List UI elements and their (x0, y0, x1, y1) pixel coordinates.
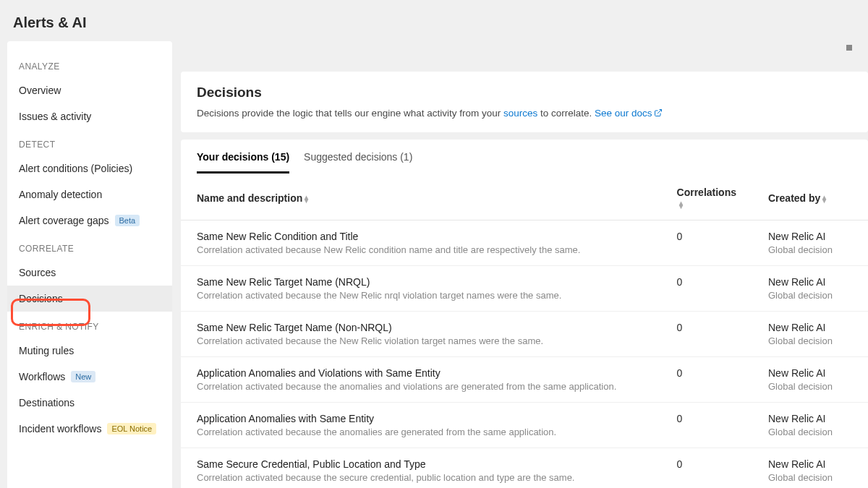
external-link-icon (654, 108, 663, 119)
content-header: Decisions Decisions provide the logic th… (181, 72, 868, 132)
docs-link[interactable]: See our docs (595, 108, 663, 119)
menu-indicator-icon (846, 45, 852, 51)
table-row[interactable]: Same New Relic Condition and TitleCorrel… (181, 221, 868, 266)
row-created-by: New Relic AI (768, 322, 852, 333)
sources-link[interactable]: sources (503, 108, 537, 119)
sidebar-item-overview[interactable]: Overview (7, 77, 172, 103)
row-name: Application Anomalies and Violations wit… (197, 367, 645, 379)
row-description: Correlation activated because New Relic … (197, 244, 645, 255)
sidebar-section-header: ANALYZE (7, 51, 172, 77)
row-created-sub: Global decision (768, 290, 852, 301)
row-description: Correlation activated because the anomal… (197, 427, 645, 437)
badge: New (71, 371, 95, 382)
content-heading: Decisions (197, 85, 852, 100)
row-name: Same Secure Credential, Public Location … (197, 458, 645, 470)
row-created-by: New Relic AI (768, 276, 852, 288)
row-name: Application Anomalies with Same Entity (197, 413, 645, 424)
tabs: Your decisions (15)Suggested decisions (… (181, 140, 868, 174)
sidebar-item-label: Issues & activity (19, 111, 91, 122)
row-description: Correlation activated because the anomal… (197, 381, 645, 392)
sidebar-item-label: Sources (19, 267, 56, 278)
table-row[interactable]: Application Anomalies with Same EntityCo… (181, 403, 868, 448)
table-row[interactable]: Same Secure Credential, Public Location … (181, 448, 868, 489)
row-description: Correlation activated because the New Re… (197, 290, 645, 301)
row-created-by: New Relic AI (768, 413, 852, 424)
sidebar-section-header: CORRELATE (7, 234, 172, 260)
row-created-sub: Global decision (768, 335, 852, 346)
badge: EOL Notice (107, 423, 156, 435)
sidebar-section-header: DETECT (7, 129, 172, 155)
row-description: Correlation activated because the New Re… (197, 335, 645, 346)
row-created-sub: Global decision (768, 472, 852, 483)
page-title: Alerts & AI (0, 0, 868, 41)
table-row[interactable]: Same New Relic Target Name (NRQL)Correla… (181, 266, 868, 312)
sidebar-item-label: Alert coverage gaps (19, 215, 109, 226)
row-created-sub: Global decision (768, 427, 852, 437)
tab-suggested-decisions-1-[interactable]: Suggested decisions (1) (304, 151, 412, 174)
row-created-by: New Relic AI (768, 458, 852, 470)
table-row[interactable]: Same New Relic Target Name (Non-NRQL)Cor… (181, 312, 868, 357)
row-name: Same New Relic Condition and Title (197, 231, 645, 242)
sidebar-item-muting-rules[interactable]: Muting rules (7, 338, 172, 364)
content-description: Decisions provide the logic that tells o… (197, 108, 852, 119)
sidebar-item-label: Muting rules (19, 345, 74, 356)
sort-icon: ▴▾ (679, 201, 683, 208)
decisions-panel: Your decisions (15)Suggested decisions (… (181, 140, 868, 488)
row-description: Correlation activated because the secure… (197, 472, 645, 483)
row-correlations: 0 (661, 221, 752, 266)
sidebar-item-label: Workflows (19, 371, 65, 382)
sort-icon: ▴▾ (305, 195, 308, 202)
sidebar-item-label: Anomaly detection (19, 189, 102, 200)
sidebar-item-alert-coverage-gaps[interactable]: Alert coverage gapsBeta (7, 207, 172, 234)
sidebar-item-label: Alert conditions (Policies) (19, 163, 132, 174)
decisions-table: Name and description▴▾ Correlations▴▾ Cr… (181, 174, 868, 488)
sidebar-item-anomaly-detection[interactable]: Anomaly detection (7, 181, 172, 207)
sidebar-item-alert-conditions-policies-[interactable]: Alert conditions (Policies) (7, 155, 172, 181)
row-name: Same New Relic Target Name (NRQL) (197, 276, 645, 288)
row-correlations: 0 (661, 448, 752, 489)
sidebar-section-header: ENRICH & NOTIFY (7, 312, 172, 338)
badge: Beta (115, 215, 140, 226)
sidebar-item-label: Decisions (19, 293, 63, 304)
sidebar-item-label: Overview (19, 85, 61, 96)
row-correlations: 0 (661, 266, 752, 312)
sidebar-item-label: Destinations (19, 397, 75, 408)
row-name: Same New Relic Target Name (Non-NRQL) (197, 322, 645, 333)
row-created-by: New Relic AI (768, 231, 852, 242)
col-created-by[interactable]: Created by▴▾ (752, 174, 868, 221)
row-correlations: 0 (661, 312, 752, 357)
sidebar-item-destinations[interactable]: Destinations (7, 390, 172, 416)
col-correlations[interactable]: Correlations▴▾ (661, 174, 752, 221)
sidebar-item-incident-workflows[interactable]: Incident workflowsEOL Notice (7, 416, 172, 442)
row-created-sub: Global decision (768, 244, 852, 255)
sidebar: ANALYZEOverviewIssues & activityDETECTAl… (7, 41, 172, 488)
sidebar-item-decisions[interactable]: Decisions (7, 286, 172, 312)
svg-line-0 (658, 110, 662, 114)
sidebar-item-workflows[interactable]: WorkflowsNew (7, 364, 172, 390)
row-correlations: 0 (661, 357, 752, 403)
table-row[interactable]: Application Anomalies and Violations wit… (181, 357, 868, 403)
sidebar-item-label: Incident workflows (19, 423, 101, 435)
sidebar-item-sources[interactable]: Sources (7, 260, 172, 286)
col-name[interactable]: Name and description▴▾ (181, 174, 661, 221)
row-correlations: 0 (661, 403, 752, 448)
tab-your-decisions-15-[interactable]: Your decisions (15) (197, 151, 289, 174)
row-created-by: New Relic AI (768, 367, 852, 379)
sidebar-item-issues-activity[interactable]: Issues & activity (7, 103, 172, 129)
sort-icon: ▴▾ (822, 195, 826, 202)
row-created-sub: Global decision (768, 381, 852, 392)
